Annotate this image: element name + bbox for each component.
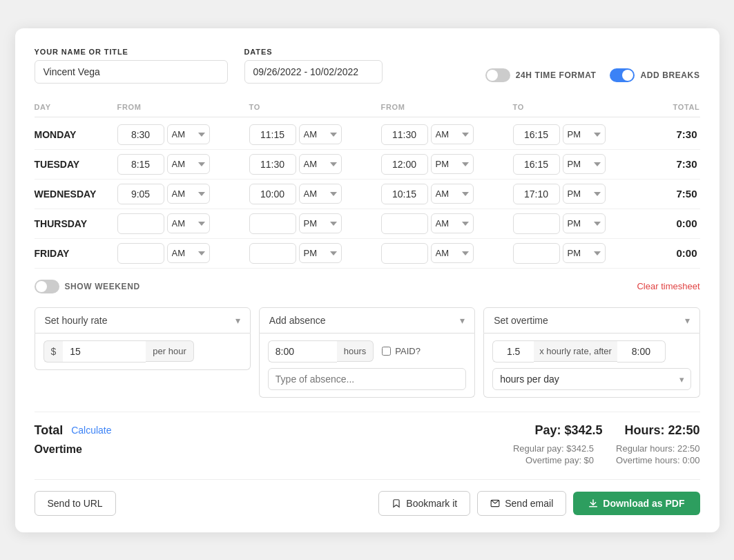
to2-ampm-select[interactable]: AM PM xyxy=(563,213,606,233)
dates-input[interactable] xyxy=(244,60,383,84)
clear-timesheet-link[interactable]: Clear timesheet xyxy=(637,281,699,291)
hourly-rate-header[interactable]: Set hourly rate ▾ xyxy=(35,307,251,334)
top-row: YOUR NAME OR TITLE DATES 24H TIME FORMAT… xyxy=(35,48,700,84)
send-email-button[interactable]: Send email xyxy=(477,491,566,516)
hourly-rate-chevron: ▾ xyxy=(235,315,240,326)
from1-ampm-select[interactable]: AM PM xyxy=(167,213,210,233)
from1-ampm-select[interactable]: AM PM xyxy=(167,243,210,263)
to2-ampm-select[interactable]: AM PM xyxy=(563,154,606,174)
from1-ampm-select[interactable]: AM PM xyxy=(167,184,210,204)
overtime-type-select[interactable]: hours per day hours per week xyxy=(492,368,690,390)
to1-time-input[interactable] xyxy=(249,124,296,145)
footer-row: Send to URL Bookmark it Send email Downl… xyxy=(35,479,700,516)
overtime-rate-input[interactable] xyxy=(492,340,534,363)
absence-hours-input[interactable] xyxy=(268,340,337,363)
hourly-rate-accordion: Set hourly rate ▾ $ per hour xyxy=(35,307,251,398)
bookmark-icon xyxy=(392,499,401,508)
time-format-knob xyxy=(487,70,498,81)
overtime-header[interactable]: Set overtime ▾ xyxy=(483,307,699,334)
show-weekend-toggle[interactable] xyxy=(35,280,59,293)
totals-row1: Total Calculate Pay: $342.5 Hours: 22:50 xyxy=(35,423,700,438)
overtime-type-select-wrap: hours per day hours per week xyxy=(492,368,690,390)
to2-ampm-select[interactable]: AM PM xyxy=(563,124,606,144)
dates-label: DATES xyxy=(244,48,383,56)
add-breaks-toggle-group: ADD BREAKS xyxy=(610,68,699,82)
calculate-link[interactable]: Calculate xyxy=(71,425,111,436)
absence-row1: hours PAID? xyxy=(268,340,466,363)
weekend-row: SHOW WEEKEND Clear timesheet xyxy=(35,280,700,293)
from2-time-input[interactable] xyxy=(381,243,428,264)
to2-cell: AM PM xyxy=(513,154,645,175)
from2-ampm-select[interactable]: AM PM xyxy=(431,184,474,204)
from1-time-input[interactable] xyxy=(117,184,164,204)
dollar-sign: $ xyxy=(44,340,64,363)
to1-time-input[interactable] xyxy=(249,184,296,204)
from2-ampm-select[interactable]: AM PM xyxy=(431,213,474,233)
to1-ampm-select[interactable]: AM PM xyxy=(299,184,342,204)
day-name: TUESDAY xyxy=(35,159,117,170)
overtime-hours-input[interactable] xyxy=(617,340,666,363)
to1-ampm-select[interactable]: AM PM xyxy=(299,243,342,263)
total-main-label: Total xyxy=(35,423,64,438)
from1-cell: AM PM xyxy=(117,154,249,175)
to1-time-input[interactable] xyxy=(249,213,296,234)
from2-ampm-select[interactable]: AM PM xyxy=(431,124,474,144)
to1-time-input[interactable] xyxy=(249,243,296,264)
from2-ampm-select[interactable]: AM PM xyxy=(431,154,474,174)
regular-hours: Regular hours: 22:50 xyxy=(616,443,699,454)
col-header-to2: TO xyxy=(513,103,645,111)
to1-ampm-select[interactable]: AM PM xyxy=(299,213,342,233)
paid-checkbox[interactable] xyxy=(382,347,391,356)
absence-header[interactable]: Add absence ▾ xyxy=(259,307,475,334)
bookmark-button[interactable]: Bookmark it xyxy=(378,491,470,516)
to1-time-input[interactable] xyxy=(249,154,296,175)
from1-time-input[interactable] xyxy=(117,124,164,145)
to1-cell: AM PM xyxy=(249,243,381,264)
detail-col-pay: Regular pay: $342.5 Overtime pay: $0 xyxy=(513,443,594,465)
add-breaks-toggle[interactable] xyxy=(610,68,635,82)
from2-time-input[interactable] xyxy=(381,124,428,145)
from2-time-input[interactable] xyxy=(381,154,428,175)
to2-time-input[interactable] xyxy=(513,184,560,204)
to2-ampm-select[interactable]: AM PM xyxy=(563,243,606,263)
from1-time-input[interactable] xyxy=(117,213,164,234)
from2-time-input[interactable] xyxy=(381,213,428,234)
to2-time-input[interactable] xyxy=(513,213,560,234)
rate-input[interactable] xyxy=(63,340,146,363)
to2-time-input[interactable] xyxy=(513,154,560,175)
col-header-from2: FROM xyxy=(381,103,513,111)
to2-time-input[interactable] xyxy=(513,243,560,264)
col-header-from1: FROM xyxy=(117,103,249,111)
time-format-toggle-group: 24H TIME FORMAT xyxy=(485,68,597,82)
to2-time-input[interactable] xyxy=(513,124,560,145)
to2-ampm-select[interactable]: AM PM xyxy=(563,184,606,204)
from2-cell: AM PM xyxy=(381,184,513,204)
from2-time-input[interactable] xyxy=(381,184,428,204)
pay-total: Pay: $342.5 xyxy=(534,423,602,438)
totals-right: Pay: $342.5 Hours: 22:50 xyxy=(534,423,699,438)
to1-ampm-select[interactable]: AM PM xyxy=(299,154,342,174)
download-button[interactable]: Download as PDF xyxy=(573,492,699,515)
main-container: YOUR NAME OR TITLE DATES 24H TIME FORMAT… xyxy=(15,28,719,532)
per-hour-label: per hour xyxy=(146,340,193,362)
row-total: 7:50 xyxy=(645,188,700,200)
name-input[interactable] xyxy=(35,60,228,84)
from2-ampm-select[interactable]: AM PM xyxy=(431,243,474,263)
from1-cell: AM PM xyxy=(117,124,249,145)
send-url-button[interactable]: Send to URL xyxy=(35,491,116,516)
from1-time-input[interactable] xyxy=(117,243,164,264)
from1-ampm-select[interactable]: AM PM xyxy=(167,154,210,174)
absence-type-input[interactable] xyxy=(268,368,466,390)
table-row: FRIDAY AM PM AM PM AM PM xyxy=(35,239,700,269)
overtime-total-label: Overtime xyxy=(35,443,117,456)
rate-body: $ per hour xyxy=(44,340,242,363)
to1-ampm-select[interactable]: AM PM xyxy=(299,124,342,144)
absence-chevron: ▾ xyxy=(460,315,465,326)
from1-cell: AM PM xyxy=(117,213,249,234)
from1-ampm-select[interactable]: AM PM xyxy=(167,124,210,144)
bookmark-label: Bookmark it xyxy=(406,498,457,509)
from1-time-input[interactable] xyxy=(117,154,164,175)
time-format-toggle[interactable] xyxy=(485,68,510,82)
from2-cell: AM PM xyxy=(381,154,513,175)
absence-accordion: Add absence ▾ hours PAID? xyxy=(259,307,475,398)
